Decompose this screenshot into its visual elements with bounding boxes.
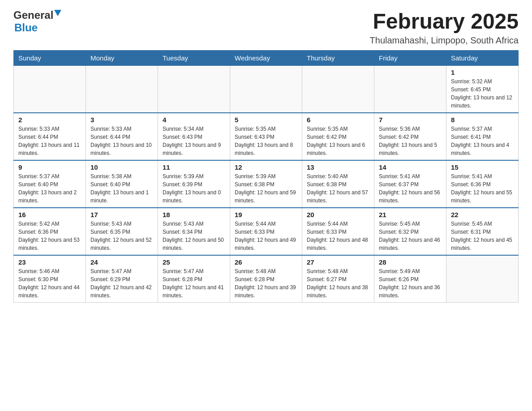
day-number: 24: [90, 258, 153, 266]
day-number: 13: [307, 163, 369, 171]
calendar-week-row: 9Sunrise: 5:37 AM Sunset: 6:40 PM Daylig…: [14, 160, 519, 208]
day-info: Sunrise: 5:37 AM Sunset: 6:41 PM Dayligh…: [451, 125, 514, 157]
calendar-cell: 4Sunrise: 5:34 AM Sunset: 6:43 PM Daylig…: [158, 113, 230, 160]
day-info: Sunrise: 5:37 AM Sunset: 6:40 PM Dayligh…: [18, 172, 81, 205]
logo-general-text: General: [13, 9, 53, 21]
day-info: Sunrise: 5:32 AM Sunset: 6:45 PM Dayligh…: [451, 77, 514, 110]
calendar-body: 1Sunrise: 5:32 AM Sunset: 6:45 PM Daylig…: [14, 66, 519, 303]
day-info: Sunrise: 5:38 AM Sunset: 6:40 PM Dayligh…: [90, 172, 153, 205]
calendar-cell: 14Sunrise: 5:41 AM Sunset: 6:37 PM Dayli…: [374, 160, 446, 208]
svg-marker-0: [54, 10, 61, 16]
day-number: 9: [18, 163, 81, 171]
calendar-cell: 2Sunrise: 5:33 AM Sunset: 6:44 PM Daylig…: [14, 113, 86, 160]
calendar-cell: 9Sunrise: 5:37 AM Sunset: 6:40 PM Daylig…: [14, 160, 86, 208]
day-number: 26: [235, 258, 297, 266]
calendar-cell: 1Sunrise: 5:32 AM Sunset: 6:45 PM Daylig…: [446, 66, 519, 113]
weekday-header: Wednesday: [230, 51, 302, 66]
calendar-cell: 13Sunrise: 5:40 AM Sunset: 6:38 PM Dayli…: [302, 160, 374, 208]
day-number: 5: [235, 116, 297, 124]
day-info: Sunrise: 5:45 AM Sunset: 6:32 PM Dayligh…: [379, 220, 442, 252]
calendar-cell: 21Sunrise: 5:45 AM Sunset: 6:32 PM Dayli…: [374, 208, 446, 255]
day-number: 10: [90, 163, 153, 171]
title-section: February 2025 Thulamahashi, Limpopo, Sou…: [370, 9, 519, 46]
calendar-week-row: 23Sunrise: 5:46 AM Sunset: 6:30 PM Dayli…: [14, 255, 519, 303]
day-number: 19: [235, 211, 297, 218]
calendar-cell: [446, 255, 519, 303]
calendar-cell: 7Sunrise: 5:36 AM Sunset: 6:42 PM Daylig…: [374, 113, 446, 160]
calendar-cell: 28Sunrise: 5:49 AM Sunset: 6:26 PM Dayli…: [374, 255, 446, 303]
calendar-cell: [14, 66, 86, 113]
day-info: Sunrise: 5:33 AM Sunset: 6:44 PM Dayligh…: [90, 125, 153, 157]
calendar-cell: 24Sunrise: 5:47 AM Sunset: 6:29 PM Dayli…: [86, 255, 158, 303]
logo: General Blue: [13, 9, 61, 34]
day-number: 14: [379, 163, 442, 171]
calendar-cell: 15Sunrise: 5:41 AM Sunset: 6:36 PM Dayli…: [446, 160, 519, 208]
day-number: 1: [451, 68, 514, 76]
logo-blue-text: Blue: [14, 21, 38, 34]
day-number: 11: [163, 163, 225, 171]
calendar-cell: 8Sunrise: 5:37 AM Sunset: 6:41 PM Daylig…: [446, 113, 519, 160]
calendar-cell: 16Sunrise: 5:42 AM Sunset: 6:36 PM Dayli…: [14, 208, 86, 255]
day-info: Sunrise: 5:41 AM Sunset: 6:36 PM Dayligh…: [451, 172, 514, 205]
calendar-cell: [86, 66, 158, 113]
calendar-cell: 17Sunrise: 5:43 AM Sunset: 6:35 PM Dayli…: [86, 208, 158, 255]
day-info: Sunrise: 5:43 AM Sunset: 6:34 PM Dayligh…: [163, 220, 225, 252]
day-number: 17: [90, 211, 153, 218]
day-number: 21: [379, 211, 442, 218]
day-number: 16: [18, 211, 81, 218]
calendar-cell: 26Sunrise: 5:48 AM Sunset: 6:28 PM Dayli…: [230, 255, 302, 303]
day-number: 22: [451, 211, 514, 218]
calendar-cell: 20Sunrise: 5:44 AM Sunset: 6:33 PM Dayli…: [302, 208, 374, 255]
calendar-cell: 19Sunrise: 5:44 AM Sunset: 6:33 PM Dayli…: [230, 208, 302, 255]
calendar-header: SundayMondayTuesdayWednesdayThursdayFrid…: [14, 51, 519, 66]
calendar-cell: 6Sunrise: 5:35 AM Sunset: 6:42 PM Daylig…: [302, 113, 374, 160]
day-info: Sunrise: 5:48 AM Sunset: 6:28 PM Dayligh…: [235, 267, 297, 300]
day-info: Sunrise: 5:34 AM Sunset: 6:43 PM Dayligh…: [163, 125, 225, 157]
calendar-cell: 27Sunrise: 5:48 AM Sunset: 6:27 PM Dayli…: [302, 255, 374, 303]
calendar-week-row: 2Sunrise: 5:33 AM Sunset: 6:44 PM Daylig…: [14, 113, 519, 160]
calendar-cell: [230, 66, 302, 113]
calendar-cell: [374, 66, 446, 113]
calendar-week-row: 16Sunrise: 5:42 AM Sunset: 6:36 PM Dayli…: [14, 208, 519, 255]
day-number: 8: [451, 116, 514, 124]
calendar-cell: 23Sunrise: 5:46 AM Sunset: 6:30 PM Dayli…: [14, 255, 86, 303]
calendar-week-row: 1Sunrise: 5:32 AM Sunset: 6:45 PM Daylig…: [14, 66, 519, 113]
day-info: Sunrise: 5:44 AM Sunset: 6:33 PM Dayligh…: [307, 220, 369, 252]
day-number: 23: [18, 258, 81, 266]
calendar-subtitle: Thulamahashi, Limpopo, South Africa: [370, 35, 519, 46]
day-info: Sunrise: 5:39 AM Sunset: 6:38 PM Dayligh…: [235, 172, 297, 205]
weekday-header: Friday: [374, 51, 446, 66]
day-info: Sunrise: 5:47 AM Sunset: 6:29 PM Dayligh…: [90, 267, 153, 300]
day-info: Sunrise: 5:41 AM Sunset: 6:37 PM Dayligh…: [379, 172, 442, 205]
day-number: 12: [235, 163, 297, 171]
day-info: Sunrise: 5:47 AM Sunset: 6:28 PM Dayligh…: [163, 267, 225, 300]
day-info: Sunrise: 5:44 AM Sunset: 6:33 PM Dayligh…: [235, 220, 297, 252]
calendar-table: SundayMondayTuesdayWednesdayThursdayFrid…: [13, 50, 519, 303]
calendar-cell: 18Sunrise: 5:43 AM Sunset: 6:34 PM Dayli…: [158, 208, 230, 255]
day-info: Sunrise: 5:43 AM Sunset: 6:35 PM Dayligh…: [90, 220, 153, 252]
day-number: 2: [18, 116, 81, 124]
calendar-cell: 22Sunrise: 5:45 AM Sunset: 6:31 PM Dayli…: [446, 208, 519, 255]
day-info: Sunrise: 5:46 AM Sunset: 6:30 PM Dayligh…: [18, 267, 81, 300]
calendar-cell: [302, 66, 374, 113]
day-info: Sunrise: 5:42 AM Sunset: 6:36 PM Dayligh…: [18, 220, 81, 252]
page-header: General Blue February 2025 Thulamahashi,…: [13, 9, 519, 46]
day-info: Sunrise: 5:39 AM Sunset: 6:39 PM Dayligh…: [163, 172, 225, 205]
day-number: 20: [307, 211, 369, 218]
day-info: Sunrise: 5:33 AM Sunset: 6:44 PM Dayligh…: [18, 125, 81, 157]
day-number: 28: [379, 258, 442, 266]
weekday-header: Sunday: [14, 51, 86, 66]
weekday-header: Monday: [86, 51, 158, 66]
day-info: Sunrise: 5:35 AM Sunset: 6:42 PM Dayligh…: [307, 125, 369, 157]
calendar-cell: 12Sunrise: 5:39 AM Sunset: 6:38 PM Dayli…: [230, 160, 302, 208]
weekday-header: Thursday: [302, 51, 374, 66]
day-info: Sunrise: 5:35 AM Sunset: 6:43 PM Dayligh…: [235, 125, 297, 157]
calendar-cell: 25Sunrise: 5:47 AM Sunset: 6:28 PM Dayli…: [158, 255, 230, 303]
day-number: 15: [451, 163, 514, 171]
logo-chevron-icon: [54, 10, 61, 19]
day-info: Sunrise: 5:45 AM Sunset: 6:31 PM Dayligh…: [451, 220, 514, 252]
day-number: 6: [307, 116, 369, 124]
day-number: 18: [163, 211, 225, 218]
calendar-cell: [158, 66, 230, 113]
day-number: 4: [163, 116, 225, 124]
